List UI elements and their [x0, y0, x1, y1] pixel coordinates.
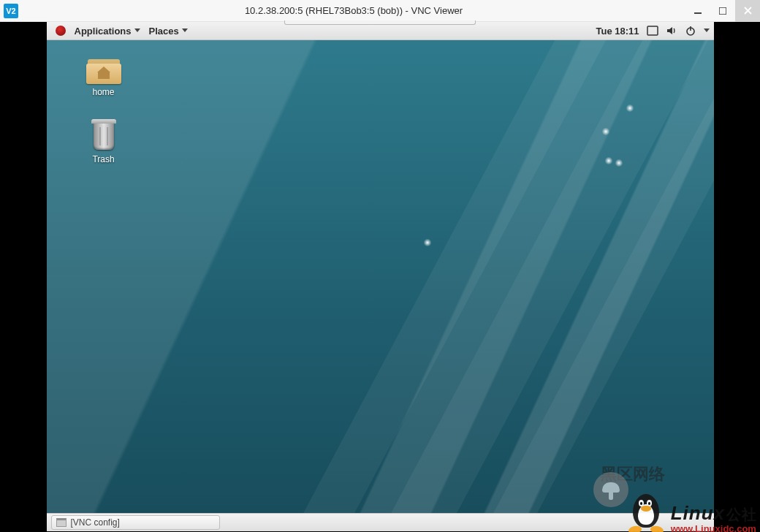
trash-label: Trash	[75, 154, 133, 164]
window-title: 10.2.38.200:5 (RHEL73Bob3:5 (bob)) - VNC…	[22, 5, 685, 16]
window-icon	[56, 518, 66, 527]
remote-desktop[interactable]: Applications Places Tue 18:11	[47, 22, 714, 531]
accessibility-icon[interactable]	[647, 25, 658, 37]
user-menu-chevron-icon[interactable]	[704, 28, 710, 33]
titlebar[interactable]: V2 10.2.38.200:5 (RHEL73Bob3:5 (bob)) - …	[0, 0, 760, 22]
vnc-logo-icon: V2	[4, 4, 18, 18]
close-button[interactable]	[735, 0, 760, 22]
home-desktop-icon[interactable]: home	[75, 56, 133, 97]
maximize-button[interactable]	[710, 0, 735, 22]
vnc-config-task-button[interactable]: [VNC config]	[51, 515, 220, 530]
trash-icon	[89, 119, 118, 151]
svg-rect-0	[694, 12, 702, 14]
redhat-icon[interactable]	[51, 26, 70, 36]
vnc-viewer-window: V2 10.2.38.200:5 (RHEL73Bob3:5 (bob)) - …	[0, 0, 760, 532]
svg-rect-4	[690, 26, 691, 31]
home-label: home	[75, 87, 133, 97]
applications-menu[interactable]: Applications	[70, 26, 145, 37]
places-menu[interactable]: Places	[145, 26, 192, 37]
svg-rect-2	[647, 26, 658, 35]
vnc-config-label: [VNC config]	[71, 517, 120, 528]
places-label: Places	[149, 26, 179, 37]
volume-icon[interactable]	[666, 25, 677, 37]
desktop[interactable]: home Trash	[47, 40, 714, 513]
trash-desktop-icon[interactable]: Trash	[75, 119, 133, 164]
home-folder-icon	[86, 56, 121, 84]
client-area: Applications Places Tue 18:11	[0, 22, 760, 532]
app-icon: V2	[0, 0, 22, 22]
svg-rect-1	[719, 7, 726, 15]
applications-label: Applications	[75, 26, 132, 37]
minimize-button[interactable]	[685, 0, 710, 22]
gnome-bottom-panel: [VNC config]	[47, 513, 714, 531]
title-grip[interactable]	[284, 20, 476, 25]
chevron-down-icon	[182, 28, 188, 33]
power-icon[interactable]	[685, 25, 696, 37]
window-controls	[685, 0, 760, 22]
chevron-down-icon	[134, 28, 140, 33]
clock[interactable]: Tue 18:11	[596, 26, 639, 37]
